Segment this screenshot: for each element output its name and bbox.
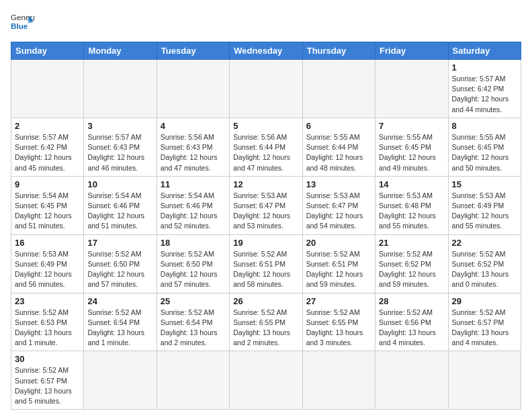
- day-info: Sunrise: 5:52 AM Sunset: 6:56 PM Dayligh…: [379, 308, 444, 349]
- day-info: Sunrise: 5:53 AM Sunset: 6:48 PM Dayligh…: [379, 191, 444, 232]
- calendar-day-cell: 5Sunrise: 5:56 AM Sunset: 6:44 PM Daylig…: [230, 118, 302, 176]
- calendar-day-cell: 17Sunrise: 5:52 AM Sunset: 6:50 PM Dayli…: [84, 234, 157, 293]
- day-info: Sunrise: 5:52 AM Sunset: 6:57 PM Dayligh…: [452, 308, 517, 349]
- day-number: 25: [161, 296, 226, 306]
- day-info: Sunrise: 5:52 AM Sunset: 6:50 PM Dayligh…: [87, 249, 152, 290]
- calendar-day-cell: [230, 60, 302, 118]
- day-of-week-header: Saturday: [448, 42, 521, 60]
- day-number: 2: [15, 121, 80, 131]
- page-header: General Blue: [11, 11, 521, 35]
- day-info: Sunrise: 5:52 AM Sunset: 6:55 PM Dayligh…: [306, 308, 371, 349]
- calendar-day-cell: [375, 351, 448, 410]
- day-of-week-header: Thursday: [302, 42, 375, 60]
- day-info: Sunrise: 5:57 AM Sunset: 6:42 PM Dayligh…: [15, 132, 80, 173]
- day-number: 9: [15, 179, 80, 189]
- calendar-day-cell: 7Sunrise: 5:55 AM Sunset: 6:45 PM Daylig…: [375, 118, 448, 176]
- calendar-week-row: 16Sunrise: 5:53 AM Sunset: 6:49 PM Dayli…: [11, 234, 521, 293]
- day-number: 16: [15, 238, 80, 248]
- calendar-day-cell: 15Sunrise: 5:53 AM Sunset: 6:49 PM Dayli…: [448, 176, 521, 234]
- day-info: Sunrise: 5:52 AM Sunset: 6:55 PM Dayligh…: [233, 308, 298, 349]
- day-number: 22: [452, 238, 517, 248]
- calendar-day-cell: [157, 351, 229, 410]
- calendar-day-cell: 18Sunrise: 5:52 AM Sunset: 6:50 PM Dayli…: [157, 234, 229, 293]
- day-info: Sunrise: 5:54 AM Sunset: 6:46 PM Dayligh…: [87, 191, 152, 232]
- calendar-day-cell: 29Sunrise: 5:52 AM Sunset: 6:57 PM Dayli…: [448, 293, 521, 351]
- day-number: 10: [87, 179, 152, 189]
- day-info: Sunrise: 5:52 AM Sunset: 6:54 PM Dayligh…: [161, 308, 226, 349]
- day-info: Sunrise: 5:55 AM Sunset: 6:44 PM Dayligh…: [306, 132, 371, 173]
- day-number: 29: [452, 296, 517, 306]
- calendar-day-cell: 20Sunrise: 5:52 AM Sunset: 6:51 PM Dayli…: [302, 234, 375, 293]
- calendar-day-cell: 26Sunrise: 5:52 AM Sunset: 6:55 PM Dayli…: [230, 293, 302, 351]
- day-number: 27: [306, 296, 371, 306]
- calendar-day-cell: 27Sunrise: 5:52 AM Sunset: 6:55 PM Dayli…: [302, 293, 375, 351]
- calendar-day-cell: 21Sunrise: 5:52 AM Sunset: 6:52 PM Dayli…: [375, 234, 448, 293]
- calendar-day-cell: 2Sunrise: 5:57 AM Sunset: 6:42 PM Daylig…: [11, 118, 84, 176]
- calendar-day-cell: 14Sunrise: 5:53 AM Sunset: 6:48 PM Dayli…: [375, 176, 448, 234]
- calendar-day-cell: 22Sunrise: 5:52 AM Sunset: 6:52 PM Dayli…: [448, 234, 521, 293]
- calendar-day-cell: 1Sunrise: 5:57 AM Sunset: 6:42 PM Daylig…: [448, 60, 521, 118]
- calendar-day-cell: 4Sunrise: 5:56 AM Sunset: 6:43 PM Daylig…: [157, 118, 229, 176]
- day-of-week-header: Sunday: [11, 42, 84, 60]
- calendar-day-cell: [84, 351, 157, 410]
- day-info: Sunrise: 5:52 AM Sunset: 6:54 PM Dayligh…: [87, 308, 152, 349]
- day-number: 30: [15, 354, 80, 364]
- calendar-day-cell: [375, 60, 448, 118]
- calendar-day-cell: [302, 60, 375, 118]
- day-of-week-header: Tuesday: [157, 42, 229, 60]
- calendar-day-cell: 9Sunrise: 5:54 AM Sunset: 6:45 PM Daylig…: [11, 176, 84, 234]
- calendar-day-cell: 3Sunrise: 5:57 AM Sunset: 6:43 PM Daylig…: [84, 118, 157, 176]
- calendar-week-row: 23Sunrise: 5:52 AM Sunset: 6:53 PM Dayli…: [11, 293, 521, 351]
- calendar-day-cell: 10Sunrise: 5:54 AM Sunset: 6:46 PM Dayli…: [84, 176, 157, 234]
- calendar-day-cell: [448, 351, 521, 410]
- day-number: 28: [379, 296, 444, 306]
- day-number: 12: [233, 179, 298, 189]
- svg-text:Blue: Blue: [11, 21, 28, 30]
- day-info: Sunrise: 5:52 AM Sunset: 6:51 PM Dayligh…: [233, 249, 298, 290]
- logo-icon: General Blue: [11, 11, 35, 35]
- day-info: Sunrise: 5:52 AM Sunset: 6:51 PM Dayligh…: [306, 249, 371, 290]
- day-info: Sunrise: 5:52 AM Sunset: 6:52 PM Dayligh…: [379, 249, 444, 290]
- calendar-day-cell: 24Sunrise: 5:52 AM Sunset: 6:54 PM Dayli…: [84, 293, 157, 351]
- calendar-week-row: 30Sunrise: 5:52 AM Sunset: 6:57 PM Dayli…: [11, 351, 521, 410]
- day-info: Sunrise: 5:54 AM Sunset: 6:46 PM Dayligh…: [161, 191, 226, 232]
- calendar-week-row: 1Sunrise: 5:57 AM Sunset: 6:42 PM Daylig…: [11, 60, 521, 118]
- day-number: 13: [306, 179, 371, 189]
- day-number: 19: [233, 238, 298, 248]
- day-info: Sunrise: 5:52 AM Sunset: 6:53 PM Dayligh…: [15, 308, 80, 349]
- day-info: Sunrise: 5:52 AM Sunset: 6:52 PM Dayligh…: [452, 249, 517, 290]
- calendar-day-cell: 19Sunrise: 5:52 AM Sunset: 6:51 PM Dayli…: [230, 234, 302, 293]
- day-number: 8: [452, 121, 517, 131]
- calendar-day-cell: 12Sunrise: 5:53 AM Sunset: 6:47 PM Dayli…: [230, 176, 302, 234]
- calendar-table: SundayMondayTuesdayWednesdayThursdayFrid…: [11, 42, 521, 410]
- calendar-day-cell: 8Sunrise: 5:55 AM Sunset: 6:45 PM Daylig…: [448, 118, 521, 176]
- calendar-day-cell: 13Sunrise: 5:53 AM Sunset: 6:47 PM Dayli…: [302, 176, 375, 234]
- day-number: 23: [15, 296, 80, 306]
- day-number: 21: [379, 238, 444, 248]
- calendar-day-cell: [302, 351, 375, 410]
- day-info: Sunrise: 5:55 AM Sunset: 6:45 PM Dayligh…: [452, 132, 517, 173]
- day-of-week-header: Wednesday: [230, 42, 302, 60]
- day-info: Sunrise: 5:54 AM Sunset: 6:45 PM Dayligh…: [15, 191, 80, 232]
- calendar-day-cell: [11, 60, 84, 118]
- day-number: 3: [87, 121, 152, 131]
- day-number: 6: [306, 121, 371, 131]
- day-of-week-header: Monday: [84, 42, 157, 60]
- calendar-day-cell: [230, 351, 302, 410]
- calendar-week-row: 2Sunrise: 5:57 AM Sunset: 6:42 PM Daylig…: [11, 118, 521, 176]
- calendar-day-cell: 28Sunrise: 5:52 AM Sunset: 6:56 PM Dayli…: [375, 293, 448, 351]
- day-number: 26: [233, 296, 298, 306]
- day-info: Sunrise: 5:52 AM Sunset: 6:50 PM Dayligh…: [161, 249, 226, 290]
- calendar-day-cell: [157, 60, 229, 118]
- day-number: 20: [306, 238, 371, 248]
- calendar-day-cell: 23Sunrise: 5:52 AM Sunset: 6:53 PM Dayli…: [11, 293, 84, 351]
- day-info: Sunrise: 5:57 AM Sunset: 6:42 PM Dayligh…: [452, 74, 517, 115]
- day-number: 14: [379, 179, 444, 189]
- logo: General Blue: [11, 11, 35, 35]
- day-number: 5: [233, 121, 298, 131]
- calendar-header-row: SundayMondayTuesdayWednesdayThursdayFrid…: [11, 42, 521, 60]
- day-number: 15: [452, 179, 517, 189]
- day-info: Sunrise: 5:56 AM Sunset: 6:44 PM Dayligh…: [233, 132, 298, 173]
- calendar-day-cell: 11Sunrise: 5:54 AM Sunset: 6:46 PM Dayli…: [157, 176, 229, 234]
- calendar-day-cell: 25Sunrise: 5:52 AM Sunset: 6:54 PM Dayli…: [157, 293, 229, 351]
